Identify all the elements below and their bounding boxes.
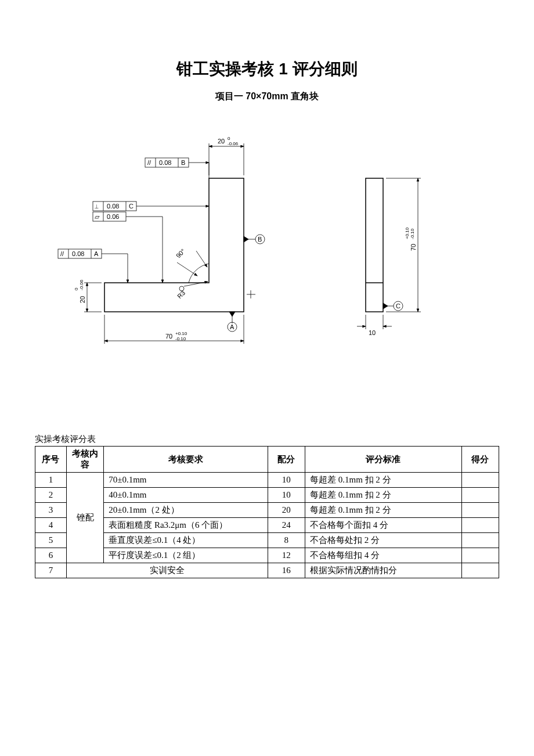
dim-20-left-tol-l: -0.06 — [79, 279, 84, 290]
cell-got — [461, 548, 499, 563]
cell-got — [461, 563, 499, 578]
cell-req: 表面粗糙度 Ra3.2μm（6 个面） — [104, 518, 268, 533]
technical-drawing: 20 0 -0.06 20 0 -0.06 70 +0.10 -0.10 70 … — [35, 120, 499, 364]
cell-req: 平行度误差≤0.1（2 组） — [104, 548, 268, 563]
cell-std: 不合格每组扣 4 分 — [305, 548, 461, 563]
table-row: 7 实训安全 16 根据实际情况酌情扣分 — [35, 563, 499, 578]
gdt-par-b-val: 0.08 — [159, 159, 171, 166]
gdt-flatness-icon: ▱ — [95, 213, 100, 220]
dim-20-top-tol-l: -0.06 — [228, 141, 239, 146]
cell-req: 垂直度误差≤0.1（4 处） — [104, 533, 268, 548]
cell-std: 根据实际情况酌情扣分 — [305, 563, 461, 578]
cell-std: 不合格每处扣 2 分 — [305, 533, 461, 548]
svg-rect-0 — [366, 178, 383, 312]
th-seq: 序号 — [35, 447, 67, 473]
gdt-par-a-ref: A — [94, 250, 99, 257]
scoring-table: 序号 考核内容 考核要求 配分 评分标准 得分 1 锉配 70±0.1mm 10… — [35, 446, 499, 578]
dim-70-bottom: 70 — [165, 333, 172, 340]
cell-got — [461, 533, 499, 548]
dim-20-left-tol-u: 0 — [74, 287, 79, 290]
cell-got — [461, 488, 499, 503]
cell-std: 每超差 0.1mm 扣 2 分 — [305, 503, 461, 518]
th-req: 考核要求 — [104, 447, 268, 473]
gdt-par-b-ref: B — [181, 159, 185, 166]
datum-b: B — [258, 236, 262, 243]
table-row: 4 表面粗糙度 Ra3.2μm（6 个面） 24 不合格每个面扣 4 分 — [35, 518, 499, 533]
datum-c: C — [396, 303, 400, 309]
svg-line-39 — [196, 251, 207, 267]
cell-got — [461, 473, 499, 488]
cell-score: 16 — [268, 563, 305, 578]
dim-70-bottom-tol-l: -0.10 — [175, 336, 186, 341]
gdt-parallel-a-icon: // — [60, 250, 64, 257]
svg-line-38 — [177, 262, 197, 276]
cell-std: 每超差 0.1mm 扣 2 分 — [305, 488, 461, 503]
th-got: 得分 — [461, 447, 499, 473]
dim-70-right: 70 — [410, 244, 417, 251]
gdt-parallel-icon: // — [147, 159, 151, 166]
dim-20-left: 20 — [79, 296, 86, 303]
cell-content-merged: 锉配 — [66, 473, 103, 563]
cell-std: 不合格每个面扣 4 分 — [305, 518, 461, 533]
gdt-perp-c-ref: C — [129, 203, 134, 210]
dim-10: 10 — [369, 329, 376, 336]
th-std: 评分标准 — [305, 447, 461, 473]
cell-score: 10 — [268, 488, 305, 503]
dim-70-right-tol-u: +0.10 — [405, 227, 410, 239]
gdt-flat-val: 0.06 — [107, 213, 119, 220]
dim-70-bottom-tol-u: +0.10 — [175, 331, 187, 336]
table-row: 5 垂直度误差≤0.1（4 处） 8 不合格每处扣 2 分 — [35, 533, 499, 548]
cell-got — [461, 518, 499, 533]
datum-a: A — [230, 323, 234, 330]
cell-seq: 4 — [35, 518, 67, 533]
cell-req: 40±0.1mm — [104, 488, 268, 503]
dim-20-top: 20 — [218, 138, 225, 145]
cell-seq: 5 — [35, 533, 67, 548]
dim-20-top-tol-u: 0 — [228, 136, 230, 141]
cell-seq: 7 — [35, 563, 67, 578]
cell-score: 24 — [268, 518, 305, 533]
cell-seq: 2 — [35, 488, 67, 503]
th-content: 考核内容 — [66, 447, 103, 473]
drawing-svg: 20 0 -0.06 20 0 -0.06 70 +0.10 -0.10 70 … — [35, 120, 499, 364]
table-row: 2 40±0.1mm 10 每超差 0.1mm 扣 2 分 — [35, 488, 499, 503]
cell-seq: 1 — [35, 473, 67, 488]
cell-score: 8 — [268, 533, 305, 548]
th-score: 配分 — [268, 447, 305, 473]
gdt-perpendicular-icon: ⟂ — [95, 203, 99, 210]
svg-line-41 — [184, 282, 208, 286]
table-header-row: 序号 考核内容 考核要求 配分 评分标准 得分 — [35, 447, 499, 473]
cell-req-merged: 实训安全 — [66, 563, 268, 578]
table-row: 1 锉配 70±0.1mm 10 每超差 0.1mm 扣 2 分 — [35, 473, 499, 488]
cell-score: 12 — [268, 548, 305, 563]
cell-got — [461, 503, 499, 518]
radius-r3: R3 — [176, 289, 186, 300]
gdt-par-a-val: 0.08 — [72, 250, 84, 257]
cell-req: 70±0.1mm — [104, 473, 268, 488]
cell-seq: 6 — [35, 548, 67, 563]
cell-score: 20 — [268, 503, 305, 518]
cell-req: 20±0.1mm（2 处） — [104, 503, 268, 518]
table-row: 6 平行度误差≤0.1（2 组） 12 不合格每组扣 4 分 — [35, 548, 499, 563]
page-title: 钳工实操考核 1 评分细则 — [35, 58, 499, 80]
gdt-perp-c-val: 0.08 — [107, 203, 119, 210]
cell-seq: 3 — [35, 503, 67, 518]
cell-score: 10 — [268, 473, 305, 488]
table-row: 3 20±0.1mm（2 处） 20 每超差 0.1mm 扣 2 分 — [35, 503, 499, 518]
page-subtitle: 项目一 70×70mm 直角块 — [35, 91, 499, 103]
table-caption: 实操考核评分表 — [35, 434, 499, 445]
cell-std: 每超差 0.1mm 扣 2 分 — [305, 473, 461, 488]
dim-70-right-tol-l: -0.10 — [410, 228, 415, 239]
angle-90: 90° — [175, 247, 186, 259]
